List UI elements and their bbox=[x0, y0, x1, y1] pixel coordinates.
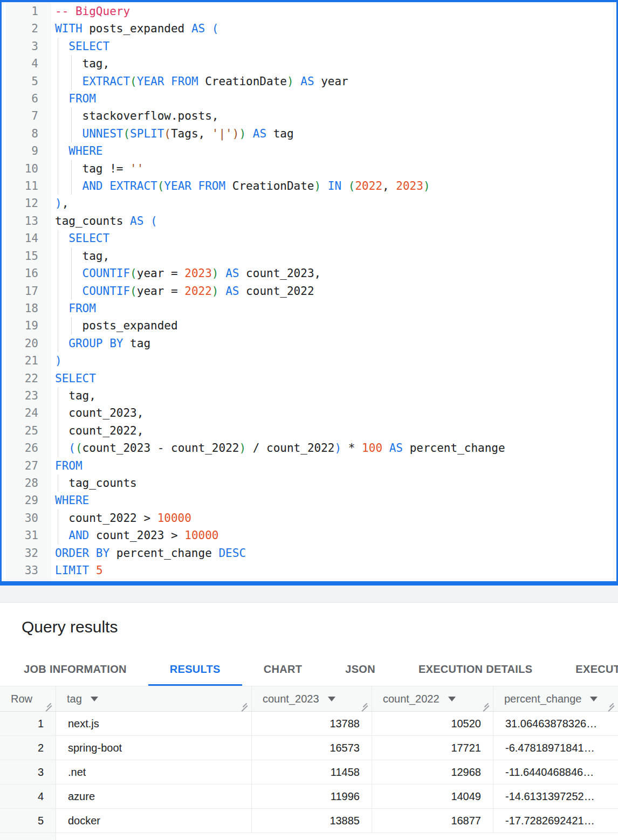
code-text: posts_expanded bbox=[51, 317, 178, 334]
line-number: 7 bbox=[6, 107, 51, 125]
code-lines: 1-- BigQuery2WITH posts_expanded AS (3 S… bbox=[2, 2, 616, 579]
code-text: SELECT bbox=[51, 230, 109, 247]
cell-tag: .net bbox=[56, 760, 252, 784]
panel-divider-strip bbox=[0, 586, 618, 603]
indent-guide bbox=[58, 55, 58, 72]
indent-guide bbox=[58, 125, 58, 142]
column-resize-handle[interactable] bbox=[240, 703, 249, 711]
code-line: 26 ((count_2023 - count_2022) / count_20… bbox=[6, 439, 616, 457]
tab-json[interactable]: JSON bbox=[324, 655, 397, 686]
cell-count_2023: 11458 bbox=[252, 760, 372, 784]
cell-percent_change: -6.47818971841… bbox=[493, 736, 618, 760]
indent-guide bbox=[58, 230, 58, 247]
code-text: WITH posts_expanded AS ( bbox=[51, 20, 218, 37]
code-line: 3 SELECT bbox=[6, 38, 616, 55]
line-number: 26 bbox=[6, 439, 51, 457]
column-header-Row[interactable]: Row bbox=[0, 686, 56, 711]
cell-Row: 3 bbox=[0, 760, 56, 784]
column-label: count_2022 bbox=[383, 693, 440, 705]
code-line: 8 UNNEST(SPLIT(Tags, '|')) AS tag bbox=[6, 125, 616, 142]
indent-guide bbox=[58, 107, 58, 125]
indent-guide bbox=[71, 177, 72, 195]
code-line: 12), bbox=[6, 195, 616, 212]
line-number: 9 bbox=[6, 142, 51, 160]
code-text: FROM bbox=[51, 457, 83, 474]
line-number: 30 bbox=[6, 509, 51, 527]
code-line: 31 AND count_2023 > 10000 bbox=[6, 527, 616, 544]
line-number: 21 bbox=[6, 352, 51, 369]
indent-guide bbox=[58, 317, 58, 334]
column-header-count_2023[interactable]: count_2023 bbox=[252, 686, 372, 711]
line-number: 20 bbox=[6, 335, 51, 352]
table-row: 2spring-boot1657317721-6.47818971841… bbox=[0, 736, 618, 760]
line-number: 5 bbox=[6, 73, 51, 90]
line-number: 29 bbox=[6, 492, 51, 509]
tab-results[interactable]: RESULTS bbox=[148, 655, 242, 686]
indent-guide bbox=[71, 265, 72, 282]
code-line: 16 COUNTIF(year = 2023) AS count_2023, bbox=[6, 265, 616, 282]
indent-guide bbox=[58, 177, 58, 195]
code-line: 7 stackoverflow.posts, bbox=[6, 107, 616, 125]
column-dropdown-icon[interactable] bbox=[328, 697, 335, 701]
column-dropdown-icon[interactable] bbox=[448, 697, 456, 701]
code-line: 2WITH posts_expanded AS ( bbox=[6, 20, 616, 37]
column-resize-handle[interactable] bbox=[44, 703, 53, 711]
code-text: tag_counts AS ( bbox=[51, 212, 157, 230]
indent-guide bbox=[71, 160, 72, 177]
code-text: AND count_2023 > 10000 bbox=[51, 527, 218, 544]
line-number: 28 bbox=[6, 474, 51, 492]
table-header-row: Rowtagcount_2023count_2022percent_change bbox=[0, 686, 618, 712]
cell-tag: spring-boot bbox=[56, 736, 252, 760]
code-text: tag_counts bbox=[51, 474, 137, 492]
cell-tag: docker bbox=[56, 809, 252, 832]
cell-tag: azure bbox=[56, 784, 252, 808]
line-number: 15 bbox=[6, 247, 51, 265]
indent-guide bbox=[58, 142, 58, 160]
column-header-tag[interactable]: tag bbox=[56, 686, 252, 711]
line-number: 33 bbox=[6, 562, 51, 579]
code-line: 27FROM bbox=[6, 457, 616, 474]
table-row: 3.net1145812968-11.6440468846… bbox=[0, 760, 618, 784]
column-resize-handle[interactable] bbox=[482, 703, 491, 711]
cell-Row: 4 bbox=[0, 784, 56, 808]
cell-count_2023: 16573 bbox=[252, 736, 372, 760]
indent-guide bbox=[58, 73, 58, 90]
indent-guide bbox=[58, 404, 58, 422]
line-number: 8 bbox=[6, 125, 51, 142]
column-header-percent_change[interactable]: percent_change bbox=[493, 686, 618, 711]
code-line: 32ORDER BY percent_change DESC bbox=[6, 545, 616, 562]
code-line: 19 posts_expanded bbox=[6, 317, 616, 334]
tab-job-information[interactable]: JOB INFORMATION bbox=[2, 655, 148, 686]
indent-guide bbox=[58, 387, 58, 404]
indent-guide bbox=[58, 439, 58, 457]
code-line: 29WHERE bbox=[6, 492, 616, 509]
column-resize-handle[interactable] bbox=[360, 703, 369, 711]
code-line: 9 WHERE bbox=[6, 142, 616, 160]
sql-editor[interactable]: 1-- BigQuery2WITH posts_expanded AS (3 S… bbox=[0, 0, 618, 581]
indent-guide bbox=[58, 247, 58, 265]
cell-count_2022: 12968 bbox=[372, 760, 493, 784]
indent-guide bbox=[71, 125, 72, 142]
code-text: ((count_2023 - count_2022) / count_2022)… bbox=[51, 439, 505, 457]
editor-results-splitter[interactable] bbox=[0, 581, 618, 586]
code-text: ), bbox=[51, 195, 68, 212]
column-header-count_2022[interactable]: count_2022 bbox=[372, 686, 493, 711]
tab-execution-details[interactable]: EXECUTION DETAILS bbox=[397, 655, 554, 686]
tab-chart[interactable]: CHART bbox=[242, 655, 324, 686]
column-dropdown-icon[interactable] bbox=[91, 697, 98, 701]
column-resize-handle[interactable] bbox=[607, 703, 616, 711]
line-number: 10 bbox=[6, 160, 51, 177]
cell-count_2023: 11996 bbox=[252, 784, 372, 808]
line-number: 24 bbox=[6, 404, 51, 422]
column-dropdown-icon[interactable] bbox=[590, 697, 598, 701]
code-line: 25 count_2022, bbox=[6, 422, 616, 439]
cell-percent_change: -14.6131397252… bbox=[493, 784, 618, 808]
code-text: FROM bbox=[51, 300, 96, 317]
cell-count_2022: 14049 bbox=[372, 784, 493, 808]
code-text: FROM bbox=[51, 90, 96, 107]
line-number: 6 bbox=[6, 90, 51, 107]
cell-count_2022: 17721 bbox=[372, 736, 493, 760]
tab-execution-graph[interactable]: EXECUTION GRAPH bbox=[554, 655, 618, 686]
line-number: 12 bbox=[6, 195, 51, 212]
code-line: 17 COUNTIF(year = 2022) AS count_2022 bbox=[6, 283, 616, 300]
